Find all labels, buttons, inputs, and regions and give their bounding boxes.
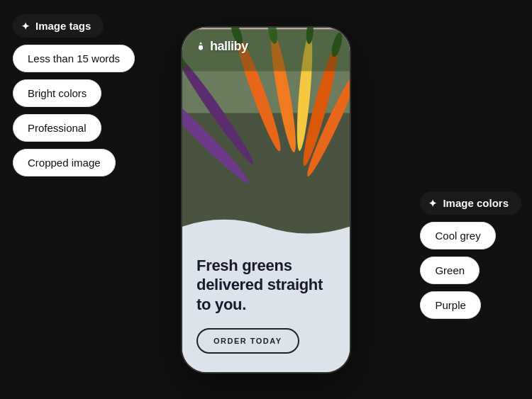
phone-headline: Fresh greens delivered straight to you.	[196, 256, 336, 315]
carrots-image	[182, 28, 350, 240]
phone-logo: halliby	[195, 39, 248, 54]
tags-panel: ✦ Image tags Less than 15 words Bright c…	[13, 14, 135, 176]
logo-text: halliby	[210, 39, 248, 54]
color-green[interactable]: Green	[420, 257, 480, 284]
wave-divider	[182, 213, 350, 240]
color-cool-grey[interactable]: Cool grey	[420, 222, 495, 249]
phone-mockup: halliby Fresh greens delivered straight …	[181, 26, 351, 373]
phone-image-area: halliby	[182, 28, 350, 240]
main-scene: ✦ Image tags Less than 15 words Bright c…	[0, 0, 532, 399]
tags-header-label: Image tags	[35, 20, 91, 32]
tag-bright-colors[interactable]: Bright colors	[13, 79, 101, 107]
sparkle-icon: ✦	[21, 21, 30, 32]
sparkle-icon-2: ✦	[428, 198, 437, 209]
logo-icon	[195, 40, 206, 52]
colors-panel: ✦ Image colors Cool grey Green Purple	[420, 191, 521, 319]
colors-header: ✦ Image colors	[420, 191, 521, 215]
colors-header-label: Image colors	[443, 197, 509, 209]
tag-professional[interactable]: Professional	[13, 114, 101, 142]
tags-header: ✦ Image tags	[13, 14, 104, 38]
tag-cropped-image[interactable]: Cropped image	[13, 149, 116, 176]
phone-content: Fresh greens delivered straight to you. …	[182, 240, 350, 373]
color-purple[interactable]: Purple	[420, 291, 480, 319]
order-today-button[interactable]: ORDER TODAY	[196, 328, 299, 354]
tag-less-than-15-words[interactable]: Less than 15 words	[13, 45, 135, 72]
